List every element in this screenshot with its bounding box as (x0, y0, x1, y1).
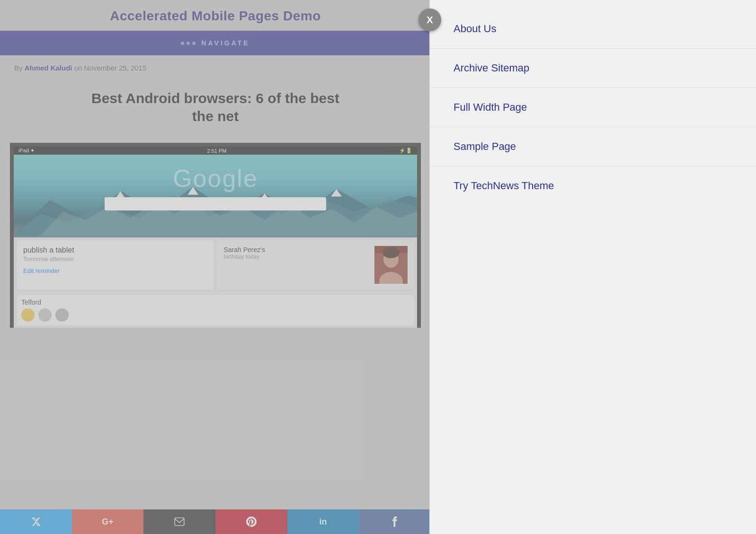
close-panel-button[interactable]: X (418, 9, 441, 31)
nav-menu-label-about-us: About Us (454, 23, 497, 35)
nav-menu-item-archive-sitemap[interactable]: Archive Sitemap (430, 49, 756, 88)
nav-menu-item-about-us[interactable]: About Us (430, 9, 756, 49)
close-icon: X (427, 15, 433, 25)
nav-menu-item-full-width-page[interactable]: Full Width Page (430, 88, 756, 127)
nav-menu-label-archive-sitemap: Archive Sitemap (454, 62, 529, 74)
nav-menu-item-sample-page[interactable]: Sample Page (430, 127, 756, 166)
slide-panel: X About Us Archive Sitemap Full Width Pa… (429, 0, 756, 534)
nav-menu-label-try-technews-theme: Try TechNews Theme (454, 180, 554, 192)
nav-menu: About Us Archive Sitemap Full Width Page… (430, 0, 756, 205)
nav-menu-label-sample-page: Sample Page (454, 140, 516, 152)
nav-menu-label-full-width-page: Full Width Page (454, 101, 527, 113)
overlay[interactable] (0, 0, 431, 534)
nav-menu-item-try-technews-theme[interactable]: Try TechNews Theme (430, 166, 756, 205)
